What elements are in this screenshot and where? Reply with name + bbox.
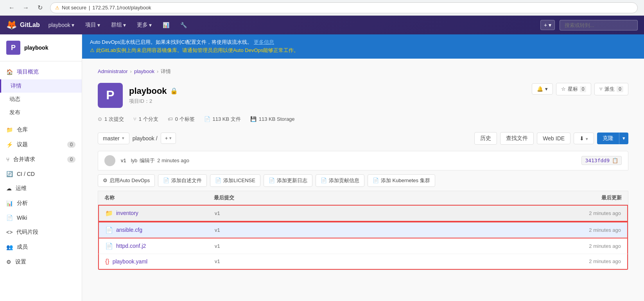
table-row[interactable]: 📁 inventory v1 2 minutes ago [98, 205, 628, 222]
forward-button[interactable]: → [20, 2, 31, 13]
browser-nav: ← → ↻ [6, 2, 45, 13]
ops-icon: ☁ [6, 185, 12, 192]
commits-text: 1 次提交 [104, 116, 124, 123]
kubernetes-label: 添加 Kubernetes 集群 [381, 177, 430, 184]
alert-link[interactable]: 更多信息 [254, 39, 274, 45]
fork-label: 派生 [605, 86, 615, 93]
path-breadcrumb: playbook / [133, 135, 158, 142]
col-time-header: 最后更新 [544, 194, 622, 201]
chevron-notify-icon: ▾ [545, 86, 548, 92]
add-changelog-button[interactable]: 📄 添加更新日志 [264, 174, 312, 187]
gitlab-logo[interactable]: 🦊 GitLab [6, 20, 40, 30]
star-button[interactable]: ☆ 星标 0 [556, 83, 592, 95]
download-button[interactable]: ⬇ ▾ [574, 133, 594, 144]
yaml-file-icon: {} [105, 258, 109, 265]
issues-label: 议题 [17, 141, 28, 148]
cicd-icon: 🔄 [6, 171, 13, 177]
stat-branches[interactable]: ⑂ 1 个分支 [133, 116, 158, 123]
address-bar[interactable]: ⚠ Not secure | 172.25.77.1/root/playbook [50, 2, 638, 13]
sidebar-item-release[interactable]: 发布 [0, 106, 82, 119]
file-name-link[interactable]: httpd.conf.j2 [116, 243, 146, 249]
copy-icon[interactable]: 📋 [612, 158, 618, 163]
table-row[interactable]: 📄 httpd.conf.j2 v1 2 minutes ago [98, 238, 628, 254]
sidebar-item-overview[interactable]: 🏠 项目概览 [0, 64, 82, 79]
clone-button[interactable]: 克隆 [597, 133, 619, 144]
notify-button[interactable]: 🔔 ▾ [532, 83, 553, 95]
file-name-link[interactable]: ansible.cfg [116, 227, 142, 233]
chevron-projects-icon: ▾ [97, 22, 100, 28]
create-new-button[interactable]: + ▾ [540, 20, 555, 30]
sidebar-item-wiki[interactable]: 📄 Wiki [0, 211, 82, 225]
file-commit: v1 [215, 243, 543, 249]
folder-icon: 📁 [105, 210, 113, 217]
commit-message: v1 [121, 158, 126, 163]
add-license-button[interactable]: 📄 添加LICENSE [210, 174, 260, 187]
alert-warning-line: ⚠ 此GitLab实例上尚未启用容器镜像库。请通知管理员启用以便Auto Dev… [90, 47, 636, 55]
project-avatar-letter: P [106, 88, 114, 102]
file-time: 2 minutes ago [543, 258, 621, 264]
project-id: 项目ID：2 [129, 98, 178, 105]
branch-selector[interactable]: master ▾ [98, 133, 129, 144]
chevron-down-icon: ▾ [72, 22, 74, 28]
refresh-button[interactable]: ↻ [34, 2, 45, 13]
sidebar-item-ops[interactable]: ☁ 运维 [0, 181, 82, 196]
commit-edited-label: 编辑于 [140, 157, 155, 164]
sidebar-avatar-letter: P [11, 44, 16, 52]
chevron-groups-icon: ▾ [123, 22, 126, 28]
sidebar-item-detail[interactable]: 详情 [0, 79, 82, 93]
issues-badge: 0 [67, 142, 75, 148]
breadcrumb-admin[interactable]: Administrator [98, 68, 128, 74]
sidebar-item-analytics[interactable]: 📊 分析 [0, 196, 82, 211]
sidebar-item-members[interactable]: 👥 成员 [0, 240, 82, 254]
enable-autodevops-button[interactable]: ⚙ 启用Auto DevOps [98, 174, 155, 187]
web-ide-button[interactable]: Web IDE [537, 133, 570, 144]
project-info: playbook 🔒 项目ID：2 [129, 86, 178, 105]
fork-button[interactable]: ⑂ 派生 0 [594, 83, 628, 95]
project-name-text: playbook [129, 86, 167, 96]
stat-commits[interactable]: ⊙ 1 次提交 [98, 116, 124, 123]
file-name-link[interactable]: playbook.yaml [113, 258, 148, 265]
sidebar-item-cicd[interactable]: 🔄 CI / CD [0, 167, 82, 181]
project-title: playbook 🔒 [129, 86, 178, 96]
history-button[interactable]: 历史 [474, 132, 497, 145]
clone-dropdown-button[interactable]: ▾ [619, 133, 628, 144]
table-row[interactable]: 📄 ansible.cfg v1 2 minutes ago [98, 222, 628, 238]
nav-wrench[interactable]: 🔧 [178, 22, 189, 28]
release-label: 发布 [9, 109, 20, 116]
add-readme-button[interactable]: 📄 添加自述文件 [158, 174, 207, 187]
sidebar-item-merge[interactable]: ⑂ 合并请求 0 [0, 152, 82, 167]
wrench-icon: 🔧 [180, 22, 187, 28]
file-icon: 📄 [105, 242, 113, 250]
sidebar-item-repo[interactable]: 📁 仓库 [0, 122, 82, 137]
sidebar-item-settings[interactable]: ⚙ 设置 [0, 254, 82, 269]
add-file-button[interactable]: + ▾ [161, 133, 176, 144]
back-button[interactable]: ← [6, 2, 17, 13]
breadcrumb: Administrator › playbook › 详情 [98, 68, 628, 75]
file-table-header: 名称 最后提交 最后更新 [98, 191, 628, 205]
nav-groups[interactable]: 群组 ▾ [109, 22, 128, 29]
project-big-avatar: P [98, 83, 123, 108]
projects-menu[interactable]: playbook ▾ [46, 22, 77, 28]
col-commit-header: 最后提交 [214, 194, 544, 201]
file-name-link[interactable]: inventory [116, 210, 138, 216]
sidebar-item-issues[interactable]: ⚡ 议题 0 [0, 137, 82, 152]
sidebar-item-activity[interactable]: 动态 [0, 93, 82, 106]
nav-more[interactable]: 更多 ▾ [135, 22, 154, 29]
stat-tags[interactable]: 🏷 0 个标签 [168, 116, 195, 123]
table-row[interactable]: {} playbook.yaml v1 2 minutes ago [98, 254, 628, 270]
commit-hash[interactable]: 3413fdd9 📋 [581, 156, 622, 165]
url-separator: | [89, 5, 90, 11]
search-input[interactable] [560, 20, 638, 30]
file-commit: v1 [215, 227, 543, 233]
wiki-icon: 📄 [6, 215, 13, 221]
add-contribution-button[interactable]: 📄 添加贡献信息 [316, 174, 364, 187]
file-time: 2 minutes ago [543, 227, 621, 233]
file-name-cell: 📁 inventory [105, 210, 215, 217]
add-kubernetes-button[interactable]: 📄 添加 Kubernetes 集群 [368, 174, 435, 187]
kubernetes-icon: 📄 [373, 177, 379, 183]
nav-analytics[interactable]: 📊 [160, 22, 172, 28]
breadcrumb-playbook[interactable]: playbook [134, 68, 154, 74]
nav-projects[interactable]: 项目 ▾ [83, 22, 102, 29]
sidebar-item-snippets[interactable]: <> 代码片段 [0, 225, 82, 240]
find-file-button[interactable]: 查找文件 [500, 132, 534, 145]
